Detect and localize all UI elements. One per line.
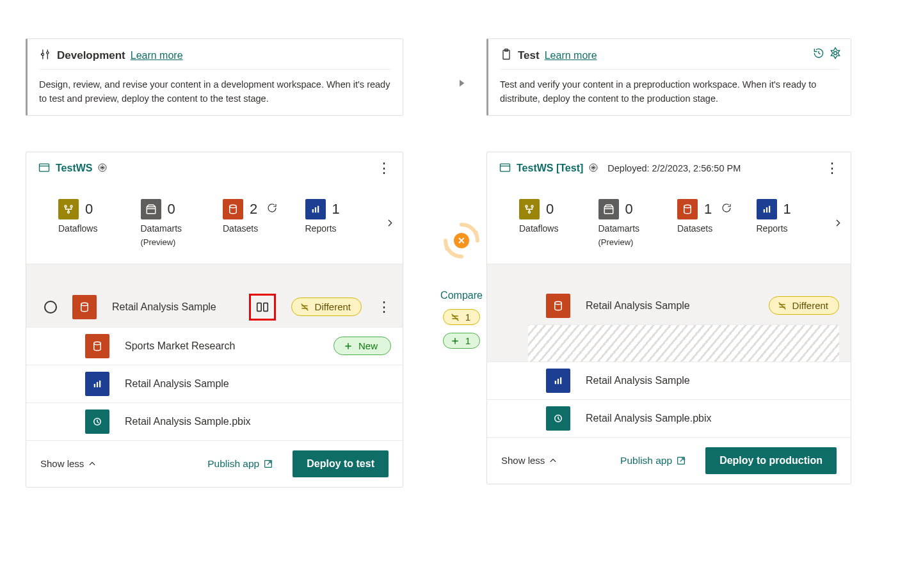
compare-new-pill[interactable]: 1 [443, 333, 480, 349]
dataflows-icon [519, 199, 540, 219]
test-stage-desc: Test and verify your content in a prepro… [500, 77, 839, 106]
svg-point-0 [42, 53, 44, 55]
test-footer: Show less Publish app Deploy to producti… [487, 437, 851, 484]
test-reports-tab[interactable]: 1 Reports [757, 199, 836, 234]
test-stage-title: Test [518, 49, 540, 62]
placeholder-row [528, 324, 839, 362]
dev-counts-row: 0 Dataflows 0 Datamarts (Preview) [26, 185, 403, 264]
datasets-icon [677, 199, 698, 219]
item-name: Retail Analysis Sample [586, 300, 753, 312]
pbix-icon [546, 406, 570, 431]
test-items-list: Retail Analysis Sample Different Retail … [487, 264, 851, 437]
test-datasets-tab[interactable]: 1 Datasets [677, 199, 757, 234]
test-dataflows-tab[interactable]: 0 Dataflows [519, 199, 598, 234]
svg-point-34 [555, 301, 562, 305]
test-header-actions [812, 47, 842, 61]
select-radio[interactable] [44, 301, 57, 314]
clipboard-icon [500, 48, 513, 63]
refresh-icon[interactable] [266, 202, 278, 216]
dev-stage-title: Development [57, 49, 125, 62]
dataset-icon [85, 334, 109, 358]
tools-icon [39, 48, 52, 63]
datamarts-icon [141, 199, 161, 219]
svg-rect-14 [263, 303, 267, 312]
list-item[interactable]: Retail Analysis Sample [26, 365, 403, 402]
dev-dataflows-tab[interactable]: 0 Dataflows [58, 199, 141, 234]
test-ws-name[interactable]: TestWS [Test] [517, 163, 583, 174]
svg-rect-31 [763, 209, 764, 212]
svg-point-8 [230, 205, 237, 208]
test-datamarts-tab[interactable]: 0 Datamarts (Preview) [598, 199, 678, 247]
svg-point-28 [529, 211, 531, 213]
list-item[interactable]: Retail Analysis Sample.pbix [487, 399, 851, 437]
svg-point-15 [94, 342, 101, 345]
list-item[interactable]: Retail Analysis Sample [487, 362, 851, 399]
test-learn-more-link[interactable]: Learn more [545, 50, 597, 61]
show-less-toggle[interactable]: Show less [501, 455, 558, 466]
dev-ws-header: TestWS ⋮ [26, 152, 403, 185]
dev-datamarts-tab[interactable]: 0 Datamarts (Preview) [141, 199, 223, 247]
publish-app-link[interactable]: Publish app [620, 455, 686, 466]
svg-rect-17 [97, 382, 98, 387]
stage-arrow-icon [455, 77, 468, 90]
dev-stage-title-row: Development Learn more [39, 48, 391, 70]
svg-rect-29 [604, 207, 613, 214]
compare-diff-pill[interactable]: 1 [443, 309, 480, 325]
report-icon [546, 369, 570, 393]
history-icon[interactable] [812, 47, 825, 61]
list-item[interactable]: Retail Analysis Sample Different ⋮ [26, 287, 403, 327]
item-name: Retail Analysis Sample.pbix [125, 416, 391, 427]
compare-spinner[interactable]: ✕ [442, 221, 481, 260]
dev-workspace-card: TestWS ⋮ 0 Dataflows [26, 152, 403, 488]
svg-rect-35 [555, 381, 556, 384]
list-item[interactable]: Retail Analysis Sample.pbix [26, 402, 403, 440]
settings-icon[interactable] [829, 47, 842, 61]
different-badge: Different [769, 296, 839, 315]
dataset-icon [72, 295, 97, 319]
svg-rect-11 [317, 206, 319, 213]
refresh-icon[interactable] [721, 202, 732, 216]
svg-point-6 [68, 211, 70, 213]
show-less-toggle[interactable]: Show less [40, 458, 97, 469]
deploy-to-test-button[interactable]: Deploy to test [293, 450, 389, 477]
dev-learn-more-link[interactable]: Learn more [131, 50, 183, 61]
item-name: Sports Market Research [125, 340, 318, 352]
dev-reports-tab[interactable]: 1 Reports [305, 199, 388, 234]
datamarts-icon [598, 199, 619, 219]
workspace-icon [499, 161, 511, 176]
svg-rect-37 [560, 377, 561, 385]
svg-rect-18 [99, 381, 100, 388]
dev-datasets-tab[interactable]: 2 Datasets [223, 199, 305, 234]
new-badge: New [333, 337, 391, 355]
reports-icon [305, 199, 326, 219]
pipeline-view: Development Learn more Design, review, a… [0, 0, 923, 513]
item-name: Retail Analysis Sample [112, 301, 234, 313]
compare-label[interactable]: Compare [440, 290, 483, 301]
compare-view-button[interactable] [249, 294, 276, 321]
premium-icon [97, 163, 108, 175]
svg-rect-7 [147, 207, 156, 214]
dev-column: Development Learn more Design, review, a… [26, 38, 403, 488]
dataset-icon [546, 294, 570, 318]
datasets-icon [223, 199, 243, 219]
list-item[interactable]: Retail Analysis Sample Different [487, 287, 851, 324]
different-badge: Different [291, 298, 362, 316]
chevron-right-icon[interactable] [385, 218, 395, 230]
dev-footer: Show less Publish app Deploy to test [26, 440, 403, 487]
chevron-right-icon[interactable] [833, 218, 843, 230]
publish-app-link[interactable]: Publish app [207, 458, 273, 470]
list-item[interactable]: Sports Market Research New [26, 327, 403, 365]
dev-stage-desc: Design, review, and revise your content … [39, 77, 391, 106]
svg-rect-36 [558, 379, 559, 384]
compare-panel: ✕ Compare 1 1 [423, 221, 500, 349]
deploy-to-production-button[interactable]: Deploy to production [705, 447, 837, 474]
test-counts-row: 0 Dataflows 0 Datamarts (Preview) [487, 185, 851, 264]
dev-ws-name[interactable]: TestWS [56, 163, 92, 174]
item-name: Retail Analysis Sample [125, 378, 391, 390]
dev-items-list: Retail Analysis Sample Different ⋮ Sport… [26, 264, 403, 440]
dataflows-icon [58, 199, 79, 219]
item-name: Retail Analysis Sample [586, 375, 839, 386]
test-stage-header: Test Learn more Test and verify your con… [486, 38, 851, 116]
test-workspace-card: TestWS [Test] Deployed: 2/2/2023, 2:56:5… [486, 152, 851, 484]
svg-point-4 [65, 205, 67, 207]
